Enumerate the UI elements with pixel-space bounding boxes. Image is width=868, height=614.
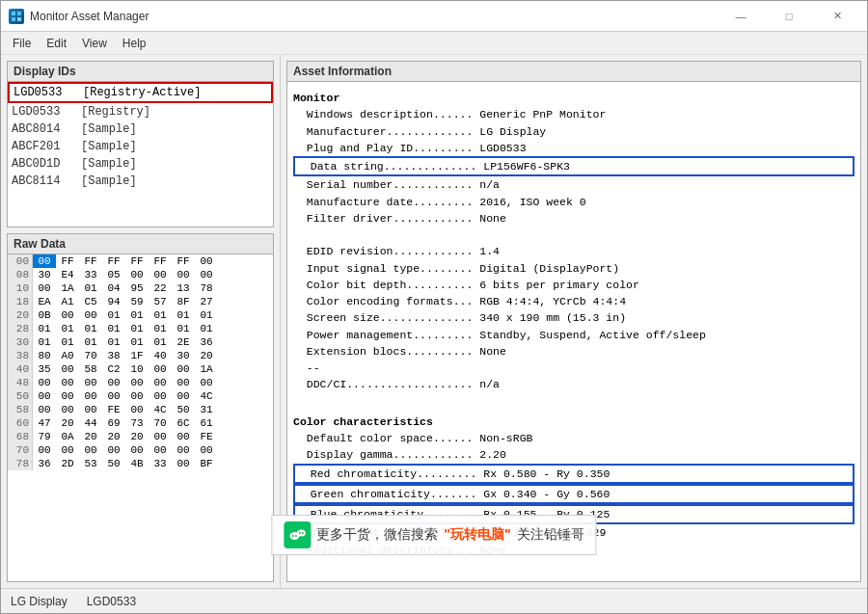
asset-divider: -- bbox=[293, 360, 854, 376]
raw-data-panel: Raw Data 00 00 FF FF FF FF FF FF 00 08 bbox=[7, 233, 274, 582]
display-ids-list[interactable]: LGD0533 [Registry-Active] LGD0533 [Regis… bbox=[8, 82, 273, 227]
asset-edid-rev: EDID revision............ 1.4 bbox=[293, 243, 854, 259]
raw-data-header: Raw Data bbox=[8, 234, 273, 254]
app-icon bbox=[9, 9, 24, 24]
raw-row-60: 60 47 20 44 69 73 70 6C 61 bbox=[8, 416, 273, 430]
svg-rect-3 bbox=[17, 17, 21, 21]
watermark-prefix: 更多干货，微信搜索 bbox=[316, 526, 438, 544]
minimize-button[interactable]: — bbox=[719, 5, 763, 28]
svg-point-5 bbox=[297, 530, 306, 537]
status-bar: LG Display LGD0533 bbox=[1, 588, 867, 613]
menu-file[interactable]: File bbox=[5, 35, 39, 52]
asset-pnp-id: Plug and Play ID......... LGD0533 bbox=[293, 140, 854, 156]
asset-info-header: Asset Information bbox=[287, 62, 860, 82]
raw-row-58: 58 00 00 00 FE 00 4C 50 31 bbox=[8, 403, 273, 416]
raw-row-10: 10 00 1A 01 04 95 22 13 78 bbox=[8, 281, 273, 295]
asset-screen-size: Screen size.............. 340 x 190 mm (… bbox=[293, 309, 854, 326]
menu-bar: File Edit View Help bbox=[1, 32, 867, 55]
svg-rect-2 bbox=[12, 17, 15, 21]
asset-ext-blocs: Extension blocs.......... None bbox=[293, 343, 854, 360]
asset-info-panel: Asset Information Monitor Windows descri… bbox=[286, 61, 861, 582]
display-id-item-5[interactable]: ABC8114 [Sample] bbox=[8, 173, 273, 190]
main-window: Monitor Asset Manager — □ ✕ File Edit Vi… bbox=[0, 0, 868, 614]
asset-manufacturer: Manufacturer............. LG Display bbox=[293, 123, 854, 140]
status-manufacturer: LG Display bbox=[11, 595, 68, 608]
window-controls: — □ ✕ bbox=[719, 5, 859, 28]
left-panel: Display IDs LGD0533 [Registry-Active] LG… bbox=[1, 55, 281, 588]
raw-row-50: 50 00 00 00 00 00 00 00 4C bbox=[8, 389, 273, 403]
asset-color-header: Color characteristics bbox=[293, 414, 854, 430]
window-title: Monitor Asset Manager bbox=[30, 10, 149, 23]
asset-data-string: Data string.............. LP156WF6-SPK3 bbox=[293, 156, 854, 176]
main-content: Display IDs LGD0533 [Registry-Active] LG… bbox=[1, 55, 867, 588]
raw-data-grid[interactable]: 00 00 FF FF FF FF FF FF 00 08 30 E4 bbox=[8, 254, 273, 581]
raw-row-30: 30 01 01 01 01 01 01 2E 36 bbox=[8, 335, 273, 349]
raw-row-00: 00 00 FF FF FF FF FF FF 00 bbox=[8, 254, 273, 268]
raw-row-78: 78 36 2D 53 50 4B 33 00 BF bbox=[8, 457, 273, 470]
right-panel: Asset Information Monitor Windows descri… bbox=[281, 55, 867, 588]
svg-point-9 bbox=[302, 532, 304, 534]
raw-row-20: 20 0B 00 00 01 01 01 01 01 bbox=[8, 308, 273, 322]
menu-edit[interactable]: Edit bbox=[39, 35, 74, 52]
asset-default-color: Default color space...... Non-sRGB bbox=[293, 430, 854, 446]
watermark-overlay: 更多干货，微信搜索 "玩转电脑" 关注铅锤哥 bbox=[271, 515, 596, 555]
asset-input-signal: Input signal type........ Digital (Displ… bbox=[293, 260, 854, 277]
display-ids-panel: Display IDs LGD0533 [Registry-Active] LG… bbox=[7, 61, 274, 227]
raw-row-08: 08 30 E4 33 05 00 00 00 00 bbox=[8, 268, 273, 281]
raw-row-38: 38 80 A0 70 38 1F 40 30 20 bbox=[8, 349, 273, 362]
title-bar: Monitor Asset Manager — □ ✕ bbox=[1, 1, 867, 32]
asset-windows-desc: Windows description...... Generic PnP Mo… bbox=[293, 106, 854, 122]
raw-row-28: 28 01 01 01 01 01 01 01 01 bbox=[8, 322, 273, 335]
raw-row-40: 40 35 00 58 C2 10 00 00 1A bbox=[8, 362, 273, 376]
maximize-button[interactable]: □ bbox=[767, 5, 811, 28]
asset-serial: Serial number............ n/a bbox=[293, 176, 854, 193]
asset-filter: Filter driver............ None bbox=[293, 210, 854, 227]
menu-view[interactable]: View bbox=[74, 35, 115, 52]
svg-point-6 bbox=[292, 535, 294, 537]
display-id-item-3[interactable]: ABCF201 [Sample] bbox=[8, 138, 273, 155]
asset-monitor-header: Monitor bbox=[293, 90, 854, 106]
display-ids-header: Display IDs bbox=[8, 62, 273, 82]
asset-color-depth: Color bit depth.......... 6 bits per pri… bbox=[293, 277, 854, 293]
title-bar-left: Monitor Asset Manager bbox=[9, 9, 149, 24]
raw-row-68: 68 79 0A 20 20 20 00 00 FE bbox=[8, 430, 273, 443]
svg-point-8 bbox=[299, 532, 301, 534]
svg-rect-0 bbox=[12, 12, 15, 15]
asset-mfg-date: Manufacture date......... 2016, ISO week… bbox=[293, 194, 854, 210]
raw-row-48: 48 00 00 00 00 00 00 00 00 bbox=[8, 376, 273, 389]
display-id-item-1[interactable]: LGD0533 [Registry] bbox=[8, 103, 273, 120]
svg-rect-1 bbox=[17, 12, 21, 15]
display-id-item-2[interactable]: ABC8014 [Sample] bbox=[8, 120, 273, 138]
status-id: LGD0533 bbox=[87, 595, 136, 608]
wechat-icon bbox=[284, 521, 311, 548]
watermark-highlight: "玩转电脑" bbox=[444, 526, 510, 544]
asset-green-chrom: Green chromaticity....... Gx 0.340 - Gy … bbox=[293, 484, 854, 504]
asset-color-encoding: Color encoding formats... RGB 4:4:4, YCr… bbox=[293, 293, 854, 309]
asset-content[interactable]: Monitor Windows description...... Generi… bbox=[287, 82, 860, 581]
asset-blank2 bbox=[293, 393, 854, 410]
asset-gamma: Display gamma............ 2.20 bbox=[293, 446, 854, 463]
watermark-suffix: 关注铅锤哥 bbox=[517, 526, 584, 544]
asset-red-chrom: Red chromaticity......... Rx 0.580 - Ry … bbox=[293, 464, 854, 484]
asset-blank1 bbox=[293, 227, 854, 243]
display-id-item-4[interactable]: ABC0D1D [Sample] bbox=[8, 155, 273, 173]
menu-help[interactable]: Help bbox=[115, 35, 154, 52]
asset-power-mgmt: Power management......... Standby, Suspe… bbox=[293, 327, 854, 343]
raw-row-18: 18 EA A1 C5 94 59 57 8F 27 bbox=[8, 295, 273, 308]
asset-ddc: DDC/CI................... n/a bbox=[293, 376, 854, 392]
display-id-item-0[interactable]: LGD0533 [Registry-Active] bbox=[8, 82, 273, 103]
close-button[interactable]: ✕ bbox=[815, 5, 859, 28]
raw-row-70: 70 00 00 00 00 00 00 00 00 bbox=[8, 443, 273, 457]
svg-point-7 bbox=[295, 535, 297, 537]
